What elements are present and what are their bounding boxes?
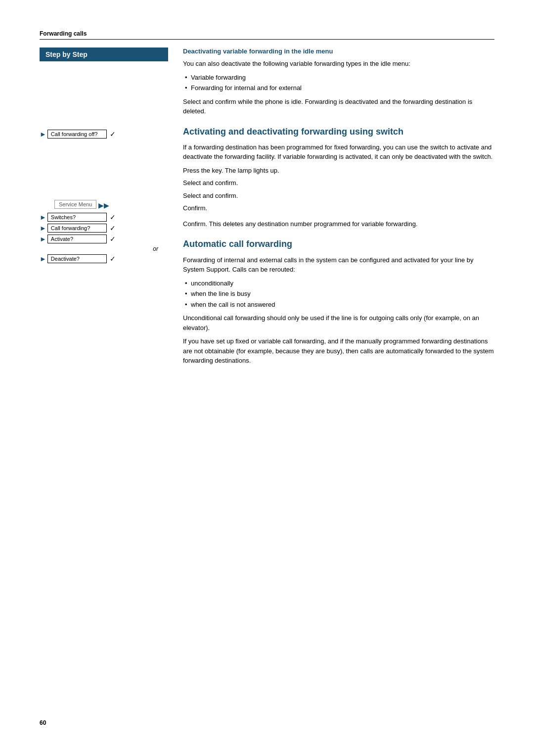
left-column: Step by Step ► Call forwarding off? ✓ Se… bbox=[40, 47, 168, 370]
step-item-switches: ► Switches? ✓ bbox=[40, 213, 168, 222]
automatic-section-title: Automatic call forwarding bbox=[183, 238, 494, 250]
deactivate-para2: Select and confirm while the phone is id… bbox=[183, 97, 494, 116]
bullet-line-busy: when the line is busy bbox=[183, 289, 494, 299]
step-arrow-switches: ► bbox=[40, 213, 46, 221]
step-arrow-call-forwarding-off: ► bbox=[40, 130, 46, 138]
step-box-call-forwarding-off: Call forwarding off? bbox=[47, 130, 107, 139]
double-arrow-icon: ▶▶ bbox=[98, 201, 109, 209]
step-item-call-forwarding: ► Call forwarding? ✓ bbox=[40, 224, 168, 233]
or-label: or bbox=[40, 245, 168, 252]
automatic-para3: If you have set up fixed or variable cal… bbox=[183, 336, 494, 366]
step-check-activate: ✓ bbox=[110, 235, 116, 243]
step-check-switches: ✓ bbox=[110, 213, 116, 221]
step-arrow-deactivate: ► bbox=[40, 255, 46, 263]
bullet-item-variable: Variable forwarding bbox=[183, 73, 494, 83]
step-box-call-forwarding: Call forwarding? bbox=[47, 224, 107, 233]
automatic-para2: Unconditional call forwarding should onl… bbox=[183, 313, 494, 332]
page-number: 60 bbox=[40, 719, 46, 726]
switch-section-title: Activating and deactivating forwarding u… bbox=[183, 126, 494, 138]
service-menu-box: Service Menu bbox=[54, 200, 96, 209]
step-confirm2: Confirm. This deletes any destination nu… bbox=[183, 219, 494, 229]
step-item-call-forwarding-off: ► Call forwarding off? ✓ bbox=[40, 130, 168, 139]
step-arrow-activate: ► bbox=[40, 235, 46, 243]
step-check-call-forwarding-off: ✓ bbox=[110, 130, 116, 138]
automatic-section: Automatic call forwarding Forwarding of … bbox=[183, 238, 494, 365]
switch-para1: If a forwarding destination has been pro… bbox=[183, 142, 494, 162]
step-item-activate: ► Activate? ✓ bbox=[40, 235, 168, 243]
deactivate-bullet-list: Variable forwarding Forwarding for inter… bbox=[183, 73, 494, 93]
bullet-unconditionally: unconditionally bbox=[183, 279, 494, 288]
deactivate-section: Deactivating variable forwarding in the … bbox=[183, 47, 494, 116]
switch-section: Activating and deactivating forwarding u… bbox=[183, 126, 494, 229]
deactivate-para1: You can also deactivate the following va… bbox=[183, 59, 494, 69]
automatic-para1: Forwarding of internal and external call… bbox=[183, 255, 494, 275]
step-select1: Select and confirm. bbox=[183, 178, 494, 188]
automatic-bullet-list: unconditionally when the line is busy wh… bbox=[183, 279, 494, 310]
step-press: Press the key. The lamp lights up. bbox=[183, 166, 494, 176]
step-select2: Select and confirm. bbox=[183, 191, 494, 201]
page-header: Forwarding calls bbox=[40, 30, 494, 40]
bullet-not-answered: when the call is not answered bbox=[183, 300, 494, 310]
step-check-deactivate: ✓ bbox=[110, 255, 116, 263]
step-by-step-header: Step by Step bbox=[40, 47, 168, 61]
step-confirm1: Confirm. bbox=[183, 203, 494, 213]
step-box-activate: Activate? bbox=[47, 235, 107, 243]
deactivate-section-title: Deactivating variable forwarding in the … bbox=[183, 47, 494, 55]
step-arrow-call-forwarding: ► bbox=[40, 224, 46, 232]
bullet-item-forwarding-internal: Forwarding for internal and for external bbox=[183, 83, 494, 93]
page-header-title: Forwarding calls bbox=[40, 30, 87, 37]
service-menu-row: Service Menu ▶▶ bbox=[40, 200, 168, 211]
step-item-deactivate: ► Deactivate? ✓ bbox=[40, 254, 168, 263]
right-column: Deactivating variable forwarding in the … bbox=[168, 47, 494, 370]
step-check-call-forwarding: ✓ bbox=[110, 224, 116, 232]
step-box-deactivate: Deactivate? bbox=[47, 254, 107, 263]
step-box-switches: Switches? bbox=[47, 213, 107, 222]
